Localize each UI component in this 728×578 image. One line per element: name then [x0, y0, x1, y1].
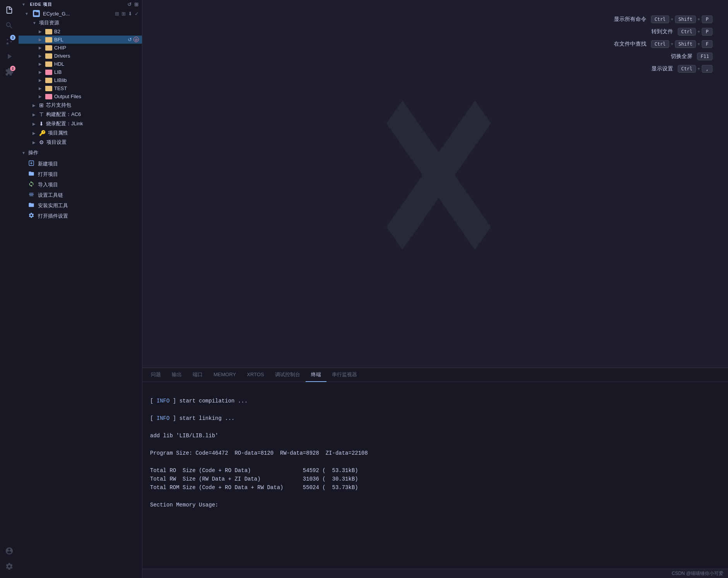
terminal-content[interactable]: [ INFO ] start compilation ... [ INFO ] … [142, 382, 728, 569]
project-props-item[interactable]: 🔑 项目属性 [19, 128, 142, 138]
tab-debug[interactable]: 调试控制台 [270, 368, 306, 382]
ops-new-project[interactable]: 新建项目 [19, 159, 142, 169]
kbd-shift: Shift [675, 15, 696, 23]
chip-support-item[interactable]: ⊞ 芯片支持包 [19, 101, 142, 110]
ops-install-tools[interactable]: 安装实用工具 [19, 200, 142, 211]
project-settings-item[interactable]: ⚙ 项目设置 [19, 138, 142, 147]
project-source-label: 项目资源 [39, 19, 59, 26]
account-icon[interactable] [2, 544, 16, 558]
tab-terminal[interactable]: 终端 [306, 368, 326, 382]
command-row-4[interactable]: 切换全屏 F11 [535, 53, 713, 60]
command-list: 显示所有命令 Ctrl + Shift + P 转到文件 Ctrl + P [535, 15, 713, 73]
tree-item-chip[interactable]: CHIP [19, 44, 142, 52]
tree-item-lib[interactable]: LIB [19, 68, 142, 76]
command-label-1: 显示所有命令 [614, 16, 646, 23]
files-icon[interactable] [2, 3, 16, 17]
command-label-4: 切换全屏 [671, 53, 692, 60]
terminal-line-1 [150, 388, 720, 397]
tree-item-output-files[interactable]: Output Files [19, 92, 142, 101]
project-settings-label: 项目设置 [46, 139, 67, 146]
bfl-refresh-icon[interactable]: ↺ [128, 37, 132, 43]
sidebar: EIDE 项目 ↺ ⊞ ECycle_G... ⊞ ⊞ ⬇ ✓ 项目资源 [19, 0, 142, 578]
install-tools-icon [28, 202, 35, 209]
command-label-5: 显示设置 [651, 65, 673, 72]
ops-setup-toolchain[interactable]: 设置工具链 [19, 190, 142, 200]
bfl-stop-icon[interactable]: ⊘ [133, 37, 139, 42]
tree-item-b2[interactable]: B2 [19, 27, 142, 36]
tab-port[interactable]: 端口 [187, 368, 208, 382]
tab-output[interactable]: 输出 [166, 368, 187, 382]
tree-item-test[interactable]: TEST [19, 84, 142, 92]
tree-item-liblib-label: LIBlib [54, 77, 139, 83]
chip-support-icon: ⊞ [39, 102, 44, 108]
project-source-header[interactable]: 项目资源 [19, 18, 142, 27]
folder-icon-liblib [45, 78, 52, 83]
command-row-1[interactable]: 显示所有命令 Ctrl + Shift + P [535, 15, 713, 23]
flash-config-icon: ⬇ [39, 121, 44, 127]
ops-title: 操作 [28, 149, 38, 156]
command-label-2: 转到文件 [651, 28, 673, 35]
kbd-sep6: + [697, 66, 700, 72]
ops-open-project-label: 打开项目 [38, 171, 58, 178]
status-text: CSDN @喵喵锤你小可爱 [672, 570, 723, 577]
project-icon [33, 10, 40, 17]
tree-item-lib-label: LIB [54, 69, 139, 75]
source-control-icon[interactable]: 3 [2, 34, 16, 48]
kbd-f: F [702, 40, 713, 48]
watermark-x-symbol: ✕ [367, 68, 503, 300]
project-props-label: 项目属性 [48, 130, 68, 136]
folder-icon-hdl [45, 61, 52, 67]
command-keys-5: Ctrl + , [678, 65, 713, 73]
kbd-ctrl4: Ctrl [678, 65, 696, 73]
command-row-2[interactable]: 转到文件 Ctrl + P [535, 28, 713, 36]
project-action-1[interactable]: ⊞ [115, 11, 119, 17]
folder-icon-output [45, 94, 52, 99]
project-action-4[interactable]: ✓ [135, 11, 139, 17]
preferences-icon[interactable] [2, 559, 16, 573]
ops-header[interactable]: 操作 [19, 147, 142, 159]
ops-open-project[interactable]: 打开项目 [19, 169, 142, 179]
project-action-3[interactable]: ⬇ [128, 11, 132, 17]
eide-section-header[interactable]: EIDE 项目 ↺ ⊞ [19, 0, 142, 9]
project-action-2[interactable]: ⊞ [121, 11, 126, 17]
terminal-line-13 [150, 492, 720, 501]
add-project-icon[interactable]: ⊞ [134, 2, 139, 7]
kbd-sep: + [671, 17, 673, 22]
ops-import-project[interactable]: 导入项目 [19, 179, 142, 190]
tree-item-drivers[interactable]: Drivers [19, 52, 142, 60]
tab-problems[interactable]: 问题 [145, 368, 166, 382]
command-row-5[interactable]: 显示设置 Ctrl + , [535, 65, 713, 73]
project-header[interactable]: ECycle_G... ⊞ ⊞ ⬇ ✓ [19, 9, 142, 18]
refresh-eide-icon[interactable]: ↺ [127, 2, 132, 7]
tab-memory[interactable]: MEMORY [208, 368, 241, 382]
terminal-line-12: Total ROM Size (Code + RO Data + RW Data… [150, 483, 720, 492]
run-icon[interactable] [2, 49, 16, 63]
ops-plugin-settings[interactable]: 打开插件设置 [19, 211, 142, 221]
tree-item-bfl[interactable]: BFL ↺ ⊘ [19, 36, 142, 44]
folder-icon-lib [45, 70, 52, 75]
build-config-item[interactable]: ⊤ 构建配置：AC6 [19, 110, 142, 119]
flash-config-item[interactable]: ⬇ 烧录配置：JLink [19, 119, 142, 128]
panel-tabs: 问题 输出 端口 MEMORY XRTOS 调试控制台 终端 串行监视器 [142, 368, 728, 382]
kbd-sep3: + [697, 29, 700, 34]
search-icon[interactable] [2, 19, 16, 32]
kbd-ctrl2: Ctrl [678, 28, 696, 36]
extensions-icon[interactable]: 2 [2, 65, 16, 79]
terminal-line-2: [ INFO ] start compilation ... [150, 397, 720, 405]
tab-serial[interactable]: 串行监视器 [326, 368, 362, 382]
kbd-f11: F11 [697, 53, 713, 60]
tree-item-test-label: TEST [54, 85, 139, 91]
tab-xrtos[interactable]: XRTOS [241, 368, 269, 382]
kbd-shift2: Shift [675, 40, 696, 48]
folder-icon-bfl [45, 37, 52, 43]
tree-item-hdl[interactable]: HDL [19, 60, 142, 68]
tree-item-liblib[interactable]: LIBlib [19, 76, 142, 84]
plugin-settings-icon [28, 212, 35, 220]
command-row-3[interactable]: 在文件中查找 Ctrl + Shift + F [535, 40, 713, 48]
terminal-line-6: add lib 'LIB/LIB.lib' [150, 431, 720, 440]
command-keys-3: Ctrl + Shift + F [651, 40, 713, 48]
project-settings-icon: ⚙ [39, 139, 44, 145]
command-keys-1: Ctrl + Shift + P [651, 15, 713, 23]
folder-icon-drivers [45, 53, 52, 59]
tree-item-b2-label: B2 [54, 29, 139, 34]
